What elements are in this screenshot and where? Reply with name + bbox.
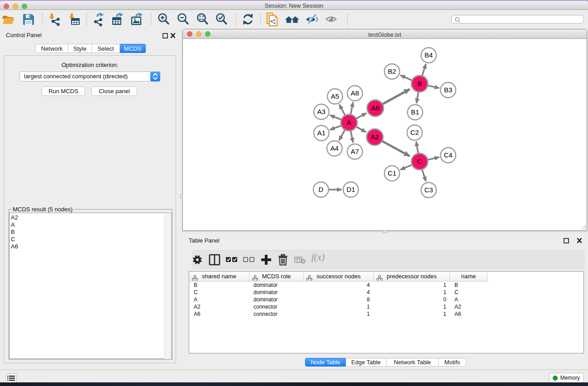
- svg-text:A2: A2: [371, 133, 379, 141]
- svg-text:A3: A3: [317, 108, 325, 115]
- svg-text:A7: A7: [351, 148, 359, 155]
- svg-text:C1: C1: [387, 169, 396, 177]
- svg-text:A1: A1: [317, 129, 325, 137]
- svg-text:B4: B4: [425, 51, 433, 59]
- svg-text:A6: A6: [371, 104, 379, 112]
- svg-text:C4: C4: [444, 151, 452, 159]
- svg-text:B1: B1: [411, 108, 419, 116]
- svg-text:B2: B2: [388, 67, 396, 75]
- svg-text:C3: C3: [424, 186, 433, 194]
- svg-text:D1: D1: [346, 186, 355, 193]
- svg-text:A8: A8: [351, 89, 359, 97]
- svg-text:B: B: [417, 80, 422, 87]
- svg-text:A5: A5: [331, 92, 339, 100]
- svg-text:A: A: [347, 119, 351, 126]
- svg-text:C: C: [417, 157, 422, 165]
- svg-text:C2: C2: [410, 129, 419, 136]
- svg-text:A4: A4: [330, 144, 339, 152]
- svg-text:D: D: [319, 186, 324, 193]
- svg-text:B3: B3: [444, 86, 452, 94]
